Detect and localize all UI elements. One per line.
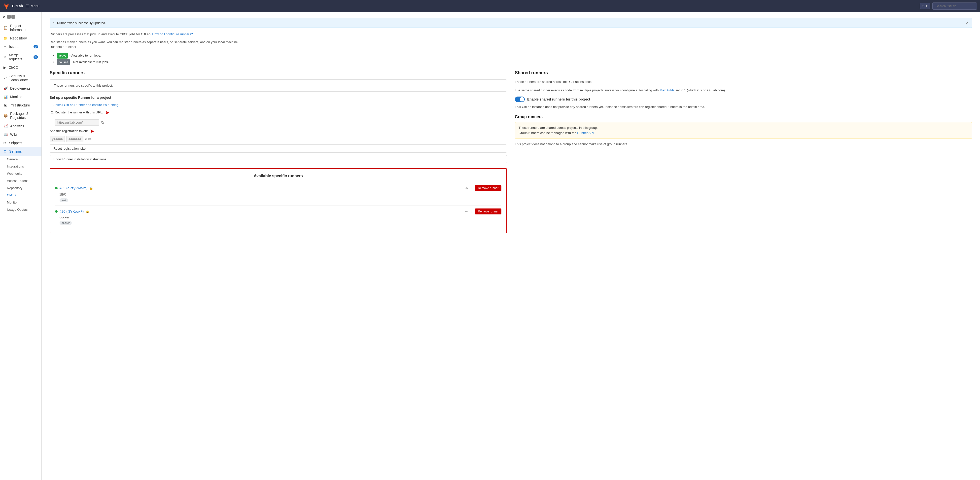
top-navigation: GitLab ☰ Menu ⊞ ▼: [0, 0, 980, 12]
sidebar-item-monitor[interactable]: 📊 Monitor: [0, 92, 41, 101]
sidebar-item-cicd[interactable]: ▶ CI/CD: [0, 63, 41, 72]
runner-33-header: #33 (qRzyZwWm) 🔒 ✏ ⏸ Remove runner: [55, 185, 501, 191]
sidebar-sub-integrations[interactable]: Integrations: [0, 163, 41, 170]
avatar-label: A: [3, 15, 5, 19]
alert-close-button[interactable]: ×: [966, 21, 968, 25]
group-note: This project does not belong to a group …: [515, 142, 972, 147]
analytics-icon: 📈: [3, 124, 8, 128]
setup-title: Set up a specific Runner for a project: [49, 95, 507, 100]
sidebar-sub-usage-quotas[interactable]: Usage Quotas: [0, 206, 41, 213]
runner-33-actions: ✏ ⏸ Remove runner: [465, 185, 501, 191]
shared-desc-2: The same shared runner executes code fro…: [515, 88, 972, 93]
sidebar-item-issues[interactable]: ⚠ Issues 0: [0, 43, 41, 51]
paused-badge: paused: [57, 59, 70, 65]
runner-20-lock-icon: 🔒: [86, 210, 89, 213]
sidebar-item-repository[interactable]: 📁 Repository: [0, 34, 41, 43]
sidebar-item-deployments[interactable]: 🚀 Deployments: [0, 84, 41, 92]
nav-grid-icon[interactable]: ⊞ ▼: [920, 3, 931, 9]
url-field[interactable]: [55, 119, 99, 126]
monitor-icon: 📊: [3, 95, 8, 99]
alert-banner: ℹ Runner was successfully updated. ×: [49, 18, 972, 28]
packages-icon: 📦: [3, 114, 8, 118]
search-input[interactable]: [932, 3, 977, 10]
issues-badge: 0: [33, 45, 38, 48]
runner-20-status-dot: [55, 210, 57, 213]
runner-20-link[interactable]: #20 (i3YKouxF): [60, 210, 84, 213]
sidebar-sub-access-tokens[interactable]: Access Tokens: [0, 177, 41, 184]
runner-33-link[interactable]: #33 (qRzyZwWm): [60, 186, 88, 190]
hamburger-icon: ☰: [26, 4, 29, 8]
sidebar-item-project-information[interactable]: 📋 Project information: [0, 22, 41, 34]
runner-33-pause-button[interactable]: ⏸: [470, 186, 473, 190]
runner-33-name: 测试: [60, 192, 501, 197]
runner-20-remove-button[interactable]: Remove runner: [475, 208, 501, 215]
instance-notice: This GitLab instance does not provide an…: [515, 105, 972, 110]
maxbuilds-link[interactable]: MaxBuilds: [660, 88, 675, 92]
sidebar-item-analytics[interactable]: 📈 Analytics: [0, 122, 41, 130]
enable-shared-label: Enable shared runners for this project: [527, 97, 590, 101]
specific-runners-box: These runners are specific to this proje…: [49, 79, 507, 92]
token-row: y●●●●● ●●●●●●● × ⧉: [49, 136, 507, 142]
token-part-1: y●●●●●: [49, 136, 65, 142]
project-icon: 📋: [3, 26, 8, 30]
enable-shared-toggle[interactable]: ✓: [515, 97, 525, 102]
reset-token-button[interactable]: Reset registration token: [49, 145, 507, 153]
wiki-icon: 📖: [3, 132, 8, 137]
sidebar-item-merge-requests[interactable]: ⇄ Merge requests 0: [0, 51, 41, 63]
sidebar-item-infrastructure[interactable]: 🏗 Infrastructure: [0, 101, 41, 110]
sidebar-item-snippets[interactable]: ✂ Snippets: [0, 139, 41, 147]
sidebar-sub-cicd[interactable]: CI/CD: [0, 192, 41, 199]
gitlab-logo[interactable]: GitLab: [3, 3, 23, 10]
logo-text: GitLab: [12, 4, 23, 8]
runners-layout: Specific runners These runners are speci…: [49, 70, 972, 234]
shared-runners-section: Shared runners These runners are shared …: [515, 70, 972, 234]
copy-url-button[interactable]: ⧉: [101, 120, 104, 125]
sidebar-sub-monitor[interactable]: Monitor: [0, 199, 41, 206]
sidebar-item-security[interactable]: 🛡 Security & Compliance: [0, 72, 41, 84]
runner-api-link[interactable]: Runner API: [577, 131, 594, 135]
sidebar-item-wiki[interactable]: 📖 Wiki: [0, 130, 41, 139]
runner-33-remove-button[interactable]: Remove runner: [475, 185, 501, 191]
token-arrow: ➤: [90, 128, 94, 135]
sidebar-sub-repository[interactable]: Repository: [0, 184, 41, 192]
runner-33-tag: test: [60, 198, 68, 202]
nav-right: ⊞ ▼: [920, 3, 977, 10]
install-link[interactable]: Install GitLab Runner and ensure it's ru…: [55, 103, 119, 107]
runners-intro-1: Runners are processes that pick up and e…: [49, 32, 972, 37]
setup-step-1: Install GitLab Runner and ensure it's ru…: [55, 102, 507, 108]
specific-runners-section: Specific runners These runners are speci…: [49, 70, 507, 234]
group-box-text1: These runners are shared across projects…: [519, 126, 968, 130]
configure-runners-link[interactable]: How do I configure runners?: [152, 32, 192, 36]
runner-20-edit-button[interactable]: ✏: [465, 210, 468, 213]
menu-button[interactable]: ☰ Menu: [26, 4, 39, 8]
token-section: And this registration token: ➤ y●●●●● ●●…: [49, 128, 507, 142]
runner-20-pause-button[interactable]: ⏸: [470, 210, 473, 213]
runner-20-actions: ✏ ⏸ Remove runner: [465, 208, 501, 215]
runner-item-20: #20 (i3YKouxF) 🔒 ✏ ⏸ Remove runner docke…: [55, 205, 501, 228]
runner-33-status-dot: [55, 187, 57, 189]
runner-33-edit-button[interactable]: ✏: [465, 186, 468, 190]
available-runners-title: Available specific runners: [55, 174, 501, 178]
alert-text: ℹ Runner was successfully updated.: [53, 21, 106, 25]
sidebar-sub-webhooks[interactable]: Webhooks: [0, 170, 41, 177]
sidebar-item-settings[interactable]: ⚙ Settings: [0, 147, 41, 156]
available-runners-box: Available specific runners #33 (qRzyZwWm…: [49, 168, 507, 233]
url-row: ⧉: [55, 119, 507, 126]
runner-item-33: #33 (qRzyZwWm) 🔒 ✏ ⏸ Remove runner 测试 te…: [55, 182, 501, 205]
specific-runners-title: Specific runners: [49, 70, 507, 75]
group-runners-title: Group runners: [515, 114, 972, 119]
show-runner-instructions-button[interactable]: Show Runner installation instructions: [49, 155, 507, 163]
token-part-2: ●●●●●●●: [66, 136, 83, 142]
avatar-squares: [7, 15, 15, 19]
main-content: ℹ Runner was successfully updated. × Run…: [42, 12, 980, 480]
setup-step-2: Register the runner with this URL: ➤ ⧉: [55, 108, 507, 126]
merge-badge: 0: [33, 56, 38, 59]
toggle-check-icon: ✓: [522, 97, 523, 100]
sidebar-sub-general[interactable]: General: [0, 156, 41, 163]
copy-token-button[interactable]: ⧉: [88, 137, 91, 141]
setup-section: Set up a specific Runner for a project I…: [49, 95, 507, 164]
sidebar-item-packages[interactable]: 📦 Packages & Registries: [0, 110, 41, 122]
info-icon: ℹ: [53, 21, 55, 25]
gitlab-logo-icon: [3, 3, 10, 10]
security-icon: 🛡: [3, 76, 7, 80]
